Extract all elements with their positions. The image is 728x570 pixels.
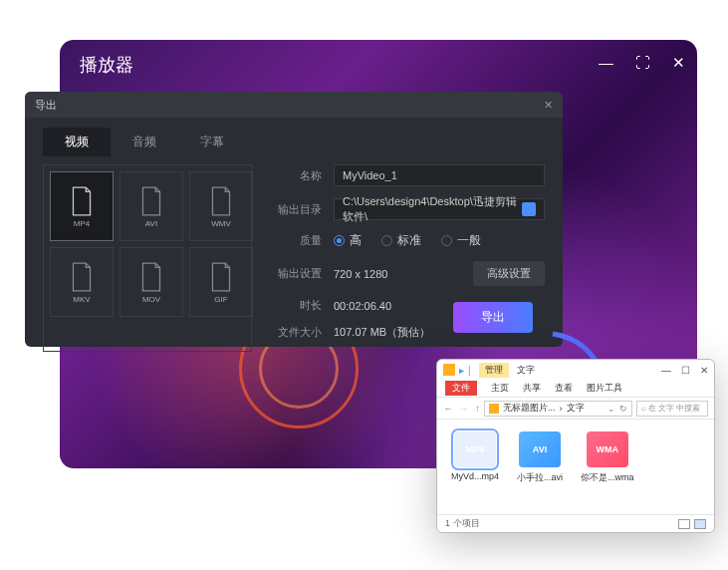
status-bar: 1 个项目 <box>437 514 714 532</box>
file-type-icon: WMA <box>587 431 628 467</box>
search-icon: ⌕ <box>641 404 646 413</box>
explorer-titlebar: ▸ | 管理 文字 — ☐ ✕ <box>437 360 714 380</box>
file-item[interactable]: AVI 小手拉...avi <box>517 431 563 484</box>
quality-standard[interactable]: 标准 <box>381 232 421 249</box>
file-item[interactable]: MP4 MyVd...mp4 <box>451 431 499 484</box>
file-list: MP4 MyVd...mp4 AVI 小手拉...avi WMA 你不是...w… <box>437 420 714 496</box>
format-mov[interactable]: MOV <box>120 247 183 317</box>
file-name: MyVd...mp4 <box>451 471 499 481</box>
minimize-button[interactable]: — <box>661 365 671 376</box>
close-button[interactable]: ✕ <box>700 365 708 376</box>
export-button[interactable]: 导出 <box>453 302 533 333</box>
format-grid: MP4 AVI WMV MKV MOV GIF <box>43 164 252 352</box>
view-details-icon[interactable] <box>678 519 690 529</box>
format-gif[interactable]: GIF <box>189 247 253 317</box>
view-icons-icon[interactable] <box>694 519 706 529</box>
duration-label: 时长 <box>272 298 322 313</box>
player-title: 播放器 <box>80 53 133 77</box>
output-value: 720 x 1280 <box>334 268 387 280</box>
quality-high[interactable]: 高 <box>334 232 362 249</box>
close-icon[interactable]: ✕ <box>544 99 553 112</box>
format-avi[interactable]: AVI <box>120 171 183 241</box>
advanced-button[interactable]: 高级设置 <box>473 261 545 286</box>
file-name: 你不是...wma <box>581 471 634 484</box>
ribbon-tab-manage[interactable]: 管理 <box>479 363 509 378</box>
explorer-icon <box>443 364 455 376</box>
chevron-down-icon[interactable]: ⌄ <box>607 404 615 414</box>
tab-video[interactable]: 视频 <box>43 128 111 156</box>
item-count: 1 个项目 <box>445 517 480 530</box>
nav-back-icon[interactable]: ← <box>443 403 453 414</box>
menu-share[interactable]: 共享 <box>523 382 541 395</box>
quality-normal[interactable]: 一般 <box>441 232 481 249</box>
file-name: 小手拉...avi <box>517 471 563 484</box>
size-value: 107.07 MB（预估） <box>334 325 430 340</box>
ribbon-tab-text[interactable]: 文字 <box>511 363 541 378</box>
address-bar[interactable]: 无标题图片... › 文字 ⌄ ↻ <box>484 401 632 417</box>
nav-up-icon[interactable]: ↑ <box>475 403 480 414</box>
menu-tools[interactable]: 图片工具 <box>587 382 622 395</box>
menu-view[interactable]: 查看 <box>555 382 573 395</box>
folder-icon[interactable] <box>522 202 536 216</box>
close-button[interactable]: ✕ <box>672 54 685 72</box>
minimize-button[interactable]: — <box>599 54 613 72</box>
quality-label: 质量 <box>272 233 322 248</box>
dir-label: 输出目录 <box>272 202 322 217</box>
duration-value: 00:02:06.40 <box>334 300 391 312</box>
format-wmv[interactable]: WMV <box>189 171 253 241</box>
name-input[interactable]: MyVideo_1 <box>334 164 545 186</box>
export-header: 导出 ✕ <box>25 92 563 118</box>
export-tabs: 视频 音频 字幕 <box>43 128 563 156</box>
file-explorer: ▸ | 管理 文字 — ☐ ✕ 文件 主页 共享 查看 图片工具 ← → ↑ 无… <box>436 359 715 533</box>
export-dialog: 导出 ✕ 视频 音频 字幕 MP4 AVI WMV MKV MOV GIF 名称… <box>25 92 563 347</box>
export-title: 导出 <box>35 98 57 113</box>
folder-icon <box>489 404 499 414</box>
file-type-icon: AVI <box>519 431 561 467</box>
format-mp4[interactable]: MP4 <box>50 171 114 241</box>
output-label: 输出设置 <box>272 266 322 281</box>
nav-fwd-icon[interactable]: → <box>459 403 469 414</box>
format-mkv[interactable]: MKV <box>50 247 114 317</box>
explorer-menu: 文件 主页 共享 查看 图片工具 <box>437 380 714 398</box>
search-input[interactable]: ⌕ 在 文字 中搜索 <box>636 401 708 417</box>
maximize-button[interactable]: ☐ <box>681 365 690 376</box>
menu-file[interactable]: 文件 <box>445 381 477 396</box>
tab-audio[interactable]: 音频 <box>111 128 178 156</box>
file-type-icon: MP4 <box>454 431 496 467</box>
name-label: 名称 <box>272 168 322 183</box>
qat-save-icon[interactable]: ▸ <box>459 365 464 376</box>
refresh-icon[interactable]: ↻ <box>619 404 627 414</box>
dir-input[interactable]: C:\Users\design4\Desktop\迅捷剪辑软件\ <box>334 198 545 220</box>
maximize-button[interactable]: ⛶ <box>635 54 650 72</box>
menu-home[interactable]: 主页 <box>491 382 509 395</box>
file-item[interactable]: WMA 你不是...wma <box>581 431 634 484</box>
tab-subtitle[interactable]: 字幕 <box>178 128 246 156</box>
size-label: 文件大小 <box>272 325 322 340</box>
